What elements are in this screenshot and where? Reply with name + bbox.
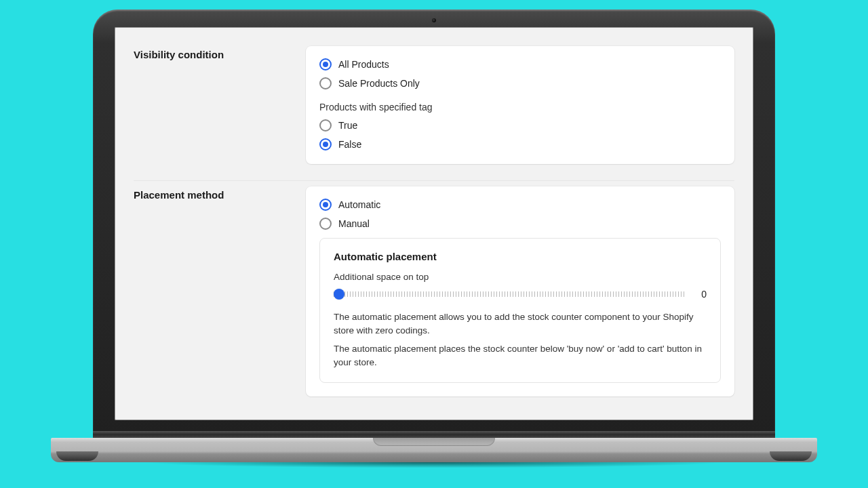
placement-card: Automatic Manual Automatic placement Add… xyxy=(306,186,734,396)
radio-icon xyxy=(319,58,332,70)
radio-label: False xyxy=(338,139,361,150)
radio-sale-products-only[interactable]: Sale Products Only xyxy=(319,77,721,89)
radio-label: Automatic xyxy=(338,199,380,210)
space-on-top-value: 0 xyxy=(697,289,707,300)
automatic-placement-panel: Automatic placement Additional space on … xyxy=(319,238,721,383)
radio-placement-manual[interactable]: Manual xyxy=(319,218,721,230)
radio-icon xyxy=(319,77,332,89)
visibility-card: All Products Sale Products Only Products… xyxy=(306,46,734,164)
laptop-shadow xyxy=(58,462,810,476)
radio-icon xyxy=(319,199,332,211)
laptop-hinge xyxy=(93,431,775,438)
radio-label: All Products xyxy=(338,59,389,70)
space-on-top-row: 0 xyxy=(334,289,707,300)
section-placement: Placement method Automatic Manual Automa… xyxy=(134,181,734,396)
radio-tag-false[interactable]: False xyxy=(319,138,721,150)
space-on-top-label: Additional space on top xyxy=(334,272,707,282)
radio-icon xyxy=(319,138,332,150)
radio-icon xyxy=(319,119,332,131)
radio-placement-automatic[interactable]: Automatic xyxy=(319,199,721,211)
radio-icon xyxy=(319,218,332,230)
laptop-frame: Visibility condition All Products Sale P… xyxy=(93,9,775,476)
laptop-deck xyxy=(51,438,817,462)
section-title-placement: Placement method xyxy=(134,186,290,201)
automatic-placement-title: Automatic placement xyxy=(334,251,707,262)
radio-tag-true[interactable]: True xyxy=(319,119,721,131)
automatic-placement-desc-1: The automatic placement allows you to ad… xyxy=(334,310,707,337)
section-visibility: Visibility condition All Products Sale P… xyxy=(134,41,734,181)
section-title-visibility: Visibility condition xyxy=(134,46,290,60)
tag-group-heading: Products with specified tag xyxy=(319,102,721,113)
radio-label: Manual xyxy=(338,218,370,229)
settings-page: Visibility condition All Products Sale P… xyxy=(115,27,753,413)
camera-icon xyxy=(432,18,436,22)
space-on-top-slider[interactable] xyxy=(334,289,685,300)
radio-label: Sale Products Only xyxy=(338,78,420,89)
laptop-notch xyxy=(373,438,495,446)
radio-all-products[interactable]: All Products xyxy=(319,58,721,70)
radio-label: True xyxy=(338,120,357,131)
automatic-placement-desc-2: The automatic placement places the stock… xyxy=(334,342,707,369)
screen-bezel: Visibility condition All Products Sale P… xyxy=(93,9,775,431)
app-screen: Visibility condition All Products Sale P… xyxy=(115,27,753,420)
slider-thumb-icon[interactable] xyxy=(334,289,344,300)
